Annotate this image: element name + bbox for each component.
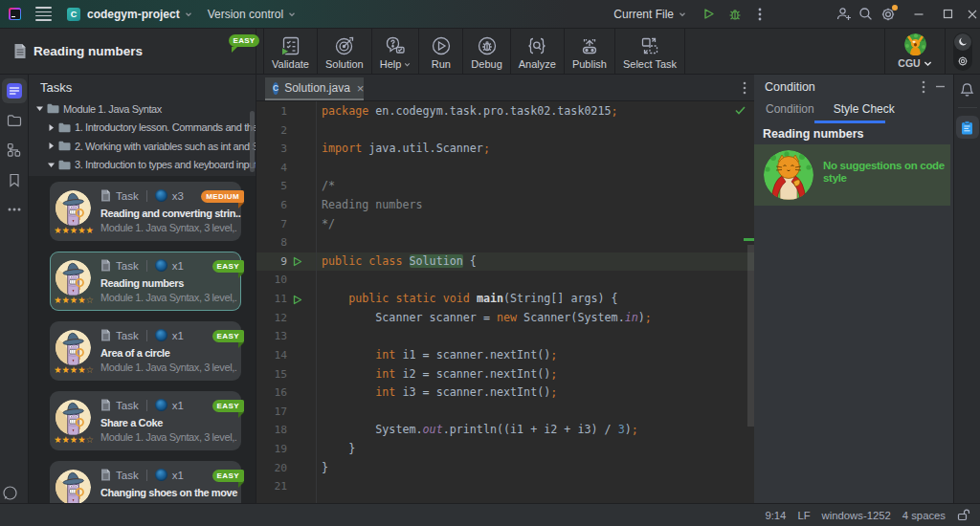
code-line[interactable]: 8 bbox=[256, 233, 754, 252]
editor-scrollbar[interactable] bbox=[747, 245, 754, 427]
analyze-button[interactable]: Analyze bbox=[511, 29, 565, 74]
window-minimize-button[interactable] bbox=[913, 9, 924, 20]
code-editor[interactable]: 1package en.codegym.task.pro.task02.task… bbox=[256, 101, 754, 503]
user-account-button[interactable]: CGU bbox=[884, 29, 946, 74]
task-card[interactable]: ★★★★★ Task x3 Reading and converting str… bbox=[50, 182, 241, 241]
tab-close-icon[interactable]: × bbox=[357, 82, 365, 95]
window-close-button[interactable] bbox=[967, 9, 978, 20]
vcs-menu[interactable]: Version control bbox=[208, 8, 283, 21]
validate-button[interactable]: Validate bbox=[264, 29, 318, 74]
editor-tab-solution-java[interactable]: C Solution.java × bbox=[265, 77, 364, 100]
search-everywhere-icon[interactable] bbox=[858, 7, 873, 21]
line-number: 19 bbox=[256, 440, 287, 459]
tree-item[interactable]: Module 1. Java Syntax bbox=[29, 99, 256, 119]
task-star-rating: ★★★★☆ bbox=[53, 295, 95, 305]
publish-button[interactable]: Publish bbox=[565, 29, 615, 74]
code-line[interactable]: 20} bbox=[256, 459, 754, 478]
debug-button[interactable]: Debug bbox=[463, 29, 510, 74]
run-configuration-selector[interactable]: Current File bbox=[613, 8, 686, 21]
task-card[interactable]: ★★★★☆ Task x1 Share a Coke Module 1. Jav… bbox=[50, 391, 241, 450]
chevron-down-icon bbox=[404, 61, 411, 68]
code-line[interactable]: 10 bbox=[256, 271, 754, 290]
expanded-arrow-icon[interactable] bbox=[35, 104, 44, 113]
tree-item[interactable]: 3. Introduction to types and keyboard in… bbox=[29, 156, 256, 175]
code-line[interactable]: 2 bbox=[256, 121, 754, 141]
settings-gear-icon[interactable] bbox=[880, 7, 896, 22]
code-line[interactable]: 9public class Solution { bbox=[256, 252, 754, 272]
task-type-icon bbox=[100, 399, 111, 411]
task-card[interactable]: ★★★★☆ Task x1 Changing shoes on the move… bbox=[50, 461, 241, 503]
code-line[interactable]: 1package en.codegym.task.pro.task02.task… bbox=[256, 102, 754, 121]
status-item[interactable]: LF bbox=[797, 510, 810, 521]
code-line[interactable]: 6Reading numbers bbox=[256, 196, 754, 215]
code-line[interactable]: 3import java.util.Scanner; bbox=[256, 140, 754, 159]
inspections-ok-icon[interactable] bbox=[735, 106, 746, 115]
condition-tab-condition[interactable]: Condition bbox=[766, 99, 814, 116]
select-task-icon bbox=[639, 33, 660, 58]
status-item[interactable]: 9:14 bbox=[765, 510, 786, 521]
code-line[interactable]: 17 bbox=[256, 403, 754, 422]
run-button[interactable] bbox=[702, 8, 715, 20]
condition-tab-style-check[interactable]: Style Check bbox=[834, 99, 895, 116]
tool-window-bookmarks-button[interactable] bbox=[2, 167, 27, 192]
tool-window-problems-button[interactable] bbox=[2, 485, 18, 501]
line-number: 8 bbox=[256, 233, 287, 252]
task-card[interactable]: ★★★★☆ Task x1 Reading numbers Module 1. … bbox=[50, 252, 241, 311]
editor-options-kebab-icon[interactable] bbox=[743, 81, 746, 95]
task-type-icon bbox=[100, 329, 111, 341]
project-name[interactable]: codegym-project bbox=[87, 8, 180, 21]
gutter bbox=[287, 140, 322, 159]
tree-item[interactable]: 1. Introductory lesson. Commands and the… bbox=[29, 119, 256, 138]
clipboard-icon bbox=[961, 121, 973, 135]
tool-window-structure-button[interactable] bbox=[2, 138, 27, 163]
user-avatar bbox=[904, 33, 926, 55]
tasks-scrollbar[interactable] bbox=[250, 111, 255, 172]
dark-theme-button[interactable] bbox=[954, 33, 971, 51]
debug-button[interactable] bbox=[728, 8, 742, 21]
status-item[interactable]: 4 spaces bbox=[902, 510, 946, 521]
run-gutter-icon[interactable] bbox=[293, 295, 302, 305]
run-button[interactable]: Run bbox=[419, 29, 463, 74]
select-task-button[interactable]: Select Task bbox=[615, 29, 685, 74]
code-line[interactable]: 12 Scanner scanner = new Scanner(System.… bbox=[256, 309, 754, 328]
solution-button[interactable]: Solution bbox=[318, 29, 372, 74]
collapsed-arrow-icon[interactable] bbox=[47, 142, 56, 150]
more-actions-kebab-icon[interactable] bbox=[758, 8, 762, 21]
line-number: 16 bbox=[256, 384, 287, 403]
panel-options-kebab-icon[interactable] bbox=[922, 80, 925, 94]
tool-window-tasks-button[interactable] bbox=[2, 78, 27, 103]
folder-icon bbox=[58, 160, 71, 170]
code-line[interactable]: 4 bbox=[256, 159, 754, 178]
intellij-logo-icon bbox=[9, 8, 21, 20]
window-maximize-button[interactable] bbox=[943, 9, 953, 19]
notifications-button[interactable] bbox=[960, 82, 974, 98]
run-gutter-icon[interactable] bbox=[293, 256, 302, 267]
code-line[interactable]: 15 int i2 = scanner.nextInt(); bbox=[256, 365, 754, 384]
theme-settings-button[interactable] bbox=[954, 53, 971, 70]
line-number: 5 bbox=[256, 177, 287, 196]
tool-window-project-button[interactable] bbox=[2, 108, 27, 133]
code-line[interactable]: 13 bbox=[256, 327, 754, 346]
code-with-me-icon[interactable] bbox=[836, 7, 852, 21]
help-button[interactable]: Help bbox=[372, 29, 420, 74]
code-line[interactable]: 7*/ bbox=[256, 215, 754, 234]
code-line[interactable]: 16 int i3 = scanner.nextInt(); bbox=[256, 384, 754, 403]
code-line[interactable]: 5/* bbox=[256, 177, 754, 196]
file-lock-icon[interactable] bbox=[957, 509, 970, 521]
tree-item[interactable]: 2. Working with variables such as int an… bbox=[29, 137, 256, 156]
status-item[interactable]: windows-1252 bbox=[822, 510, 891, 521]
task-type-label: Task bbox=[116, 190, 139, 202]
code-line[interactable]: 19 } bbox=[256, 440, 754, 459]
task-card[interactable]: ★★★★☆ Task x1 Area of a circle Module 1.… bbox=[50, 321, 241, 381]
collapsed-arrow-icon[interactable] bbox=[47, 123, 56, 132]
panel-hide-icon[interactable] bbox=[935, 81, 946, 92]
code-line[interactable]: 14 int i1 = scanner.nextInt(); bbox=[256, 346, 754, 365]
condition-tool-window-button[interactable] bbox=[956, 116, 979, 139]
code-line[interactable]: 18 System.out.println((i1 + i2 + i3) / 3… bbox=[256, 421, 754, 440]
code-line[interactable]: 11 public static void main(String[] args… bbox=[256, 290, 754, 309]
code-line[interactable]: 21 bbox=[256, 477, 754, 496]
more-tool-windows-button[interactable] bbox=[2, 197, 27, 222]
line-number: 20 bbox=[256, 459, 287, 478]
main-menu-button[interactable] bbox=[35, 7, 52, 20]
expanded-arrow-icon[interactable] bbox=[47, 161, 56, 169]
